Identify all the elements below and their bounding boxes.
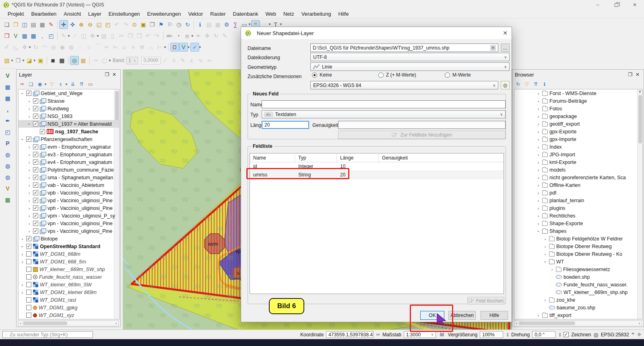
layer-visibility-checkbox[interactable] [26, 274, 31, 280]
collapse-arrow-icon[interactable]: › [27, 122, 32, 126]
split-parts-button[interactable]: ✂ [102, 43, 111, 52]
browser-item-boeden-shp[interactable]: boeden.shp [514, 273, 642, 281]
serval-undo-button[interactable]: ⇦ [205, 56, 214, 65]
refresh-map-button[interactable]: ↻ [183, 20, 192, 29]
add-to-fieldlist-button[interactable]: ❏⁺ Zur Feldliste hinzufügen [338, 131, 506, 139]
show-layout-manager-button[interactable]: ▦ [38, 20, 47, 29]
menu-web[interactable]: Web [262, 10, 280, 18]
new-bookmark-button[interactable]: ⚑ [157, 20, 165, 29]
messages-icon[interactable]: ❞ [632, 331, 635, 338]
deselect-features-dropdown-icon[interactable]: ▼ [33, 59, 36, 62]
expand-arrow-icon[interactable]: › [27, 160, 31, 165]
browser-item-geopackage[interactable]: ›geopackage [514, 112, 642, 120]
layer-item-ev3-eriophorum-vaginatum[interactable]: ›✓ev3 - Eriophorum_vaginatum [19, 151, 119, 158]
menu-datenbank[interactable]: Datenbank [229, 10, 262, 18]
restore-button[interactable] [607, 0, 625, 10]
expand-arrow-icon[interactable]: › [27, 191, 31, 195]
layer-visibility-checkbox[interactable]: ✓ [26, 244, 31, 249]
select-by-value-button[interactable]: ▣ [36, 56, 45, 65]
expand-arrow-icon[interactable]: › [536, 175, 541, 180]
delete-field-button[interactable]: ❏ˣ Feld löschen [467, 297, 504, 305]
add-vector-layer-button[interactable]: V [11, 31, 20, 40]
expand-arrow-icon[interactable]: › [536, 313, 541, 318]
invert-selection-dropdown-icon[interactable]: ▼ [22, 59, 25, 62]
open-project-button[interactable]: ❐ [11, 20, 20, 29]
expand-arrow-icon[interactable]: › [20, 259, 25, 264]
tasks-icon[interactable]: ❖ [637, 331, 642, 338]
expand-arrow-icon[interactable]: › [536, 213, 541, 218]
browser-item-biotop-feldgeh-lze-w-feldrer[interactable]: ›Biotop Feldgehölze W Feldrer [514, 235, 642, 242]
raster-dropper-button[interactable]: ✑ [91, 56, 100, 65]
snapping-magnet-button[interactable]: Ω [170, 43, 179, 52]
expand-arrow-icon[interactable]: › [536, 191, 541, 195]
add-spatialite-layer-button[interactable]: ✒ [3, 116, 12, 126]
new-map-view-button[interactable]: ❒ [148, 20, 157, 29]
browser-panel-close-button[interactable]: ✕ [634, 71, 641, 78]
filter-legend-button[interactable]: ▽ [48, 80, 56, 88]
browser-item-index[interactable]: ›Index [514, 143, 642, 151]
encoding-select[interactable]: UTF-8∨ [310, 53, 510, 61]
select-features-button[interactable]: ▧ [2, 56, 11, 65]
layer-visibility-checkbox[interactable] [26, 259, 31, 264]
vertex-tool-button[interactable]: ✥ [88, 31, 97, 40]
layer-visibility-checkbox[interactable]: ✓ [33, 114, 38, 119]
browser-item-wt-kleiner-669m-shp-shp[interactable]: WT_kleiner__669m_shp.shp [514, 288, 642, 296]
column-header-genauigkeit[interactable]: Genauigkeit [379, 153, 504, 162]
add-part-button[interactable]: ◉ [58, 43, 67, 52]
tracing-offset-dropdown-icon[interactable]: ▼ [198, 46, 202, 49]
layer-visibility-checkbox[interactable]: ✓ [33, 198, 38, 203]
extent-toggle-icon[interactable]: ✑ [376, 332, 380, 338]
layer-visibility-checkbox[interactable]: ✓ [33, 167, 38, 172]
layer-item-wt-dgm1-kleiner-669m[interactable]: ›WT_DGM1_kleiner 669m [19, 288, 119, 296]
layer-visibility-checkbox[interactable] [26, 282, 31, 287]
browser-item-forums-beitr-ge[interactable]: ›Forums-Beiträge [514, 97, 642, 105]
delete-part-button[interactable]: ○ [85, 43, 93, 52]
expand-arrow-icon[interactable]: › [536, 91, 541, 96]
multiedit-attributes-button[interactable]: ▤ [99, 31, 108, 40]
add-wms-layer-button[interactable]: ◍ [3, 150, 12, 160]
browser-item-models[interactable]: ›models [514, 166, 642, 174]
expand-arrow-icon[interactable]: › [543, 298, 547, 302]
expand-arrow-icon[interactable]: › [536, 168, 541, 172]
scale-lock-icon[interactable] [440, 333, 444, 336]
browser-item-pdf[interactable]: ›pdf [514, 189, 642, 197]
geometry-type-select[interactable]: Linie∨ [310, 62, 510, 71]
zoom-native-button[interactable]: ⊙ [130, 20, 139, 29]
layer-item-wt-dgm1-668-5m[interactable]: ›WT_DGM1_668_5m [19, 258, 119, 265]
hilfe-button[interactable]: Hilfe [481, 311, 508, 320]
add-vector-layer-button[interactable]: V [3, 71, 12, 81]
layer-visibility-checkbox[interactable]: ✓ [40, 129, 45, 134]
layer-visibility-checkbox[interactable]: ✓ [33, 190, 38, 195]
browser-item-tiff-export[interactable]: ›tiff_export [514, 311, 642, 319]
save-layer-edits-button[interactable]: ◫ [79, 31, 88, 40]
browser-item-offline-karten[interactable]: ›Offline-Karten [514, 181, 642, 189]
collapse-arrow-icon[interactable]: › [20, 244, 25, 249]
layer-visibility-checkbox[interactable]: ✓ [26, 236, 31, 241]
column-header-länge[interactable]: Länge [337, 153, 379, 162]
layer-item-vpb-vaccinio-uliginosi-pine[interactable]: ›✓vpb - Vaccinio_uliginosi_Pine [19, 189, 119, 197]
layer-item-nsg-1937-flaeche[interactable]: ✓nsg_1937_flaeche [19, 128, 119, 135]
layer-visibility-checkbox[interactable]: ✓ [33, 152, 38, 157]
open-layer-styling-button[interactable]: ✑ [18, 80, 26, 88]
layer-item-evm-eriophorum-vaginatur[interactable]: ›✓evm - Eriophorum_vaginatur [19, 143, 119, 151]
filter-by-expression-dropdown-icon[interactable]: ▼ [65, 83, 68, 86]
rotate-label-button[interactable]: ↻ [212, 31, 221, 40]
offset-curve-button[interactable]: ⌓ [147, 43, 155, 52]
new-shapefile-layer-button[interactable]: V [3, 184, 12, 193]
layer-visibility-checkbox[interactable]: ✓ [33, 106, 38, 111]
layer-item-wt-dgm1-xyz[interactable]: WT_DGM1_xyz [19, 311, 119, 319]
collapse-arrow-icon[interactable]: › [536, 229, 541, 233]
browser-filter-button[interactable]: ▽ [523, 80, 531, 88]
layers-panel-close-button[interactable]: ✕ [111, 71, 118, 78]
layer-diagram-button[interactable]: ◔ [174, 31, 183, 40]
browser-item-shapes[interactable]: ›Shapes [514, 227, 642, 235]
feld-name-input[interactable] [262, 100, 506, 108]
split-features-button[interactable]: ✄ [111, 43, 120, 52]
clear-filename-icon[interactable]: ✕ [490, 45, 496, 51]
change-label-button[interactable]: ✎ [221, 31, 229, 40]
browser-horizontal-scrollbar[interactable]: ‹ › [514, 320, 642, 326]
expand-arrow-icon[interactable]: › [27, 183, 31, 188]
layer-item-funde-feucht-nass-wasser[interactable]: Funde_feucht_nass_wasser [19, 273, 119, 281]
remove-layer-button[interactable]: ▭ [87, 80, 95, 88]
drehung-input[interactable]: 0,0 ° [532, 331, 555, 338]
